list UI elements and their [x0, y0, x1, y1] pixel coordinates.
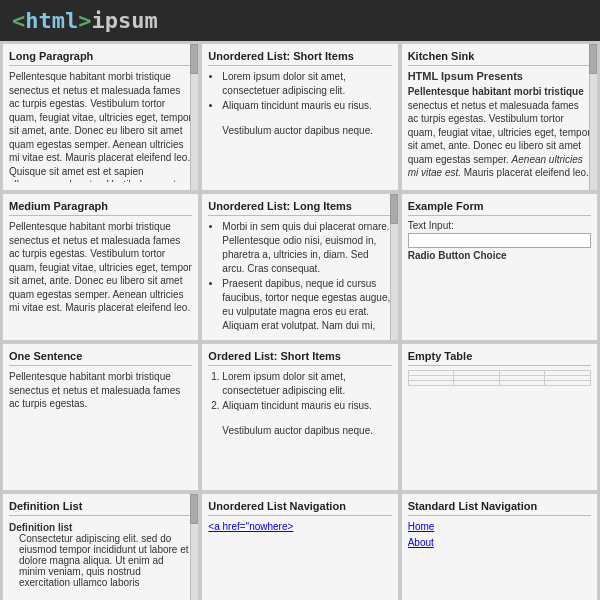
- cell-content: <a href="nowhere>: [208, 520, 391, 600]
- cell-content: Pellentesque habitant morbi tristique se…: [9, 220, 192, 332]
- cell-unordered-nav: Unordered List Navigation <a href="nowhe…: [201, 493, 398, 600]
- cell-title: Unordered List: Short Items: [208, 50, 391, 66]
- cell-example-form: Example Form Text Input: Radio Button Ch…: [401, 193, 598, 341]
- cell-title: Definition List: [9, 500, 192, 516]
- cell-title: Empty Table: [408, 350, 591, 366]
- nav-link-about[interactable]: About: [408, 537, 434, 548]
- nav-link-home[interactable]: Home: [408, 521, 435, 532]
- cell-title: Ordered List: Short Items: [208, 350, 391, 366]
- cell-definition-list: Definition List Definition list Consecte…: [2, 493, 199, 600]
- empty-table-element: [408, 370, 591, 386]
- cell-content: Definition list Consectetur adipiscing e…: [9, 520, 192, 600]
- cell-unordered-long: Unordered List: Long Items Morbi in sem …: [201, 193, 398, 341]
- cell-empty-table: Empty Table: [401, 343, 598, 491]
- cell-content: Pellentesque habitant morbi tristique se…: [9, 70, 192, 182]
- header-title: <html>ipsum: [12, 8, 158, 33]
- cell-content: Text Input: Radio Button Choice: [408, 220, 591, 332]
- cell-content: HTML Ipsum Presents Pellentesque habitan…: [408, 70, 591, 182]
- cell-unordered-short: Unordered List: Short Items Lorem ipsum …: [201, 43, 398, 191]
- cell-long-paragraph: Long Paragraph Pellentesque habitant mor…: [2, 43, 199, 191]
- cell-content: Lorem ipsum dolor sit amet, consectetuer…: [208, 70, 391, 182]
- cell-kitchen-sink: Kitchen Sink HTML Ipsum Presents Pellent…: [401, 43, 598, 191]
- name-input[interactable]: [408, 233, 591, 248]
- radio-heading: Radio Button Choice: [408, 250, 591, 261]
- cell-title: Medium Paragraph: [9, 200, 192, 216]
- cell-medium-paragraph: Medium Paragraph Pellentesque habitant m…: [2, 193, 199, 341]
- cell-content: [408, 370, 591, 482]
- cell-title: Standard List Navigation: [408, 500, 591, 516]
- cell-one-sentence: One Sentence Pellentesque habitant morbi…: [2, 343, 199, 491]
- main-grid: Long Paragraph Pellentesque habitant mor…: [0, 41, 600, 600]
- cell-title: Unordered List: Long Items: [208, 200, 391, 216]
- cell-content: Morbi in sem quis dui placerat ornare. P…: [208, 220, 391, 332]
- cell-standard-list-nav: Standard List Navigation Home About: [401, 493, 598, 600]
- cell-title: Example Form: [408, 200, 591, 216]
- header: <html>ipsum: [0, 0, 600, 41]
- cell-title: Long Paragraph: [9, 50, 192, 66]
- cell-ordered-short: Ordered List: Short Items Lorem ipsum do…: [201, 343, 398, 491]
- standard-nav-element: Home About: [408, 520, 591, 550]
- cell-title: Unordered List Navigation: [208, 500, 391, 516]
- cell-content: Pellentesque habitant morbi tristique se…: [9, 370, 192, 482]
- name-label: Text Input:: [408, 220, 591, 231]
- unordered-nav-element: <a href="nowhere>: [208, 520, 391, 534]
- cell-content: Lorem ipsum dolor sit amet, consectetuer…: [208, 370, 391, 482]
- cell-content: Home About: [408, 520, 591, 600]
- example-form-element: Text Input: Radio Button Choice: [408, 220, 591, 261]
- cell-title: One Sentence: [9, 350, 192, 366]
- cell-title: Kitchen Sink: [408, 50, 591, 66]
- nav-link-nowhere[interactable]: <a href="nowhere>: [208, 521, 293, 532]
